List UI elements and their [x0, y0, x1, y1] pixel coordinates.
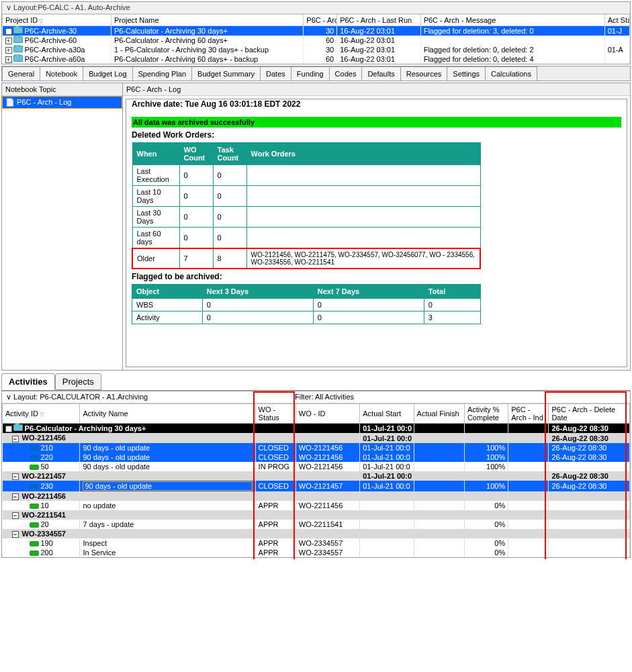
task-icon — [30, 465, 39, 470]
col-pct-complete[interactable]: Activity % Complete — [464, 404, 508, 424]
col-arch-act[interactable]: Act Sta — [604, 15, 629, 26]
tab-budget-summary[interactable]: Budget Summary — [191, 66, 261, 81]
notebook-panel: Notebook Topic 📄 P6C - Arch - Log P6C - … — [1, 83, 631, 371]
deleted-header: Deleted Work Orders: — [132, 130, 621, 140]
tab-funding[interactable]: Funding — [291, 66, 330, 81]
milestone-icon — [30, 455, 39, 461]
notebook-sidebar: Notebook Topic 📄 P6C - Arch - Log — [2, 83, 123, 370]
collapse-icon[interactable]: − — [12, 512, 19, 519]
tab-calculations[interactable]: Calculations — [485, 66, 537, 81]
milestone-icon — [30, 484, 39, 489]
expand-icon[interactable]: + — [5, 56, 12, 63]
activity-row[interactable]: − WO-212145601-Jul-21 00:026-Aug-22 08:3… — [3, 433, 630, 442]
col-actual-start[interactable]: Actual Start — [360, 404, 414, 424]
activity-row[interactable]: 5090 days - old updateIN PROGWO-21214560… — [3, 462, 630, 471]
expand-icon[interactable]: + — [5, 28, 12, 35]
log-pane: P6C - Arch - Log Archive date: Tue Aug 1… — [123, 83, 630, 370]
col-next7: Next 7 Days — [313, 285, 424, 299]
col-wocount: WO Count — [179, 143, 213, 165]
tab-spending-plan[interactable]: Spending Plan — [132, 66, 193, 81]
expand-icon[interactable]: + — [5, 47, 12, 54]
col-arch-ind[interactable]: P6C - Arch - Ind — [508, 404, 549, 424]
activities-filter-label: Filter: All Activities — [295, 393, 354, 401]
task-icon — [30, 550, 39, 556]
collapse-icon[interactable]: − — [12, 436, 19, 442]
project-panel: ∨ Layout:P6-CALC - A1. Auto-Archive Proj… — [1, 1, 631, 64]
col-when: When — [132, 143, 179, 165]
activity-row[interactable]: 23090 days - old updateCLOSEDWO-21214570… — [3, 481, 630, 491]
deleted-row: Older78WO-2121456, WO-2211475, WO-233455… — [132, 248, 480, 269]
folder-icon — [13, 27, 23, 34]
col-activity-name[interactable]: Activity Name — [80, 404, 255, 424]
tab-dates[interactable]: Dates — [260, 66, 291, 81]
activities-panel: ∨ Layout: P6-CALCULATOR - A1.Archiving F… — [1, 391, 631, 558]
expand-icon[interactable]: + — [5, 38, 12, 44]
deleted-table: When WO Count Task Count Work Orders Las… — [132, 142, 481, 269]
col-wo-status[interactable]: WO - Status — [255, 404, 296, 424]
task-icon — [30, 541, 39, 546]
milestone-icon — [30, 446, 39, 451]
activity-row[interactable]: 22090 days - old updateCLOSEDWO-21214560… — [3, 452, 630, 462]
project-row[interactable]: + P6C-Archive-a60aP6-Calculator - Archiv… — [3, 54, 630, 64]
activity-row[interactable]: 190InspectAPPRWO-23345570% — [3, 538, 630, 548]
main-tabs[interactable]: ActivitiesProjects — [1, 373, 631, 391]
col-object: Object — [132, 285, 203, 299]
deleted-row: Last 30 Days00 — [132, 207, 480, 228]
deleted-row: Last 10 Days00 — [132, 186, 480, 207]
col-taskcount: Task Count — [213, 143, 246, 165]
tab-codes[interactable]: Codes — [329, 66, 363, 81]
col-delete-date[interactable]: P6C - Arch - Delete Date — [549, 404, 630, 424]
folder-icon — [13, 36, 23, 43]
flagged-table: Object Next 3 Days Next 7 Days Total WBS… — [132, 284, 481, 324]
tab-general[interactable]: General — [2, 66, 40, 81]
task-icon — [30, 522, 39, 528]
activity-row[interactable]: 10no updateAPPRWO-22114560% — [3, 501, 630, 510]
activity-row[interactable]: 207 days - updateAPPRWO-22115410% — [3, 520, 630, 529]
activity-row[interactable]: − WO-2334557 — [3, 529, 630, 538]
col-actual-finish[interactable]: Actual Finish — [414, 404, 464, 424]
activity-row[interactable]: − WO-2211456 — [3, 491, 630, 501]
flagged-row: Activity003 — [132, 311, 481, 324]
tab-resources[interactable]: Resources — [400, 66, 448, 81]
activity-row[interactable]: 21090 days - old updateCLOSEDWO-21214560… — [3, 443, 630, 452]
collapse-icon[interactable]: − — [12, 493, 19, 500]
notebook-topic-item[interactable]: 📄 P6C - Arch - Log — [2, 96, 122, 109]
activity-row[interactable]: − WO-212145701-Jul-21 00:026-Aug-22 08:3… — [3, 471, 630, 481]
col-project-name[interactable]: Project Name — [111, 15, 303, 26]
tab-settings[interactable]: Settings — [447, 66, 486, 81]
col-wo-id[interactable]: WO - ID — [296, 404, 359, 424]
col-project-id[interactable]: Project ID — [3, 15, 111, 26]
log-body: Archive date: Tue Aug 16 03:01:18 EDT 20… — [126, 99, 627, 367]
tab-defaults[interactable]: Defaults — [361, 66, 400, 81]
layout-label: ∨ Layout:P6-CALC - A1. Auto-Archive — [2, 2, 630, 14]
success-banner: All data was archived successfully — [132, 117, 621, 128]
col-activity-id[interactable]: Activity ID — [3, 404, 80, 424]
project-row[interactable]: + P6C-Archive-a30a1 - P6-Calculator - Ar… — [3, 45, 630, 54]
flagged-header: Flagged to be archived: — [132, 272, 621, 281]
activity-row[interactable]: − P6-Calculator - Archiving 30 days+01-J… — [3, 424, 630, 434]
tab-budget-log[interactable]: Budget Log — [83, 66, 132, 81]
activity-row[interactable]: − WO-2211541 — [3, 510, 630, 520]
bigtab-projects[interactable]: Projects — [55, 373, 101, 390]
collapse-icon[interactable]: − — [12, 473, 19, 480]
tab-notebook[interactable]: Notebook — [40, 66, 83, 81]
col-arch-lastrun[interactable]: P6C - Arch - Last Run — [337, 15, 421, 26]
col-arch-message[interactable]: P6C - Arch - Message — [420, 15, 604, 26]
detail-tabs[interactable]: GeneralNotebookBudget LogSpending PlanBu… — [1, 66, 631, 81]
activity-row[interactable]: 200In ServiceAPPRWO-23345570% — [3, 548, 630, 557]
deleted-row: Last 60 days00 — [132, 228, 480, 249]
project-table[interactable]: Project ID Project Name P6C - Arch - Ran… — [2, 14, 630, 64]
col-arch-range[interactable]: P6C - Arch - Range — [304, 15, 337, 26]
folder-icon — [13, 55, 23, 62]
collapse-icon[interactable]: − — [12, 531, 19, 538]
collapse-icon[interactable]: − — [5, 426, 12, 432]
deleted-row: Last Execution00 — [132, 165, 480, 186]
activities-table[interactable]: Activity ID Activity Name WO - Status WO… — [2, 403, 630, 557]
col-workorders: Work Orders — [246, 143, 480, 165]
archive-date: Archive date: Tue Aug 16 03:01:18 EDT 20… — [132, 99, 621, 109]
folder-icon — [13, 424, 23, 431]
project-row[interactable]: + P6C-Archive-60P6-Calculator - Archivin… — [3, 36, 630, 45]
project-row[interactable]: + P6C-Archive-30P6-Calculator - Archivin… — [3, 26, 630, 36]
log-header: P6C - Arch - Log — [123, 83, 630, 96]
bigtab-activities[interactable]: Activities — [1, 373, 55, 390]
